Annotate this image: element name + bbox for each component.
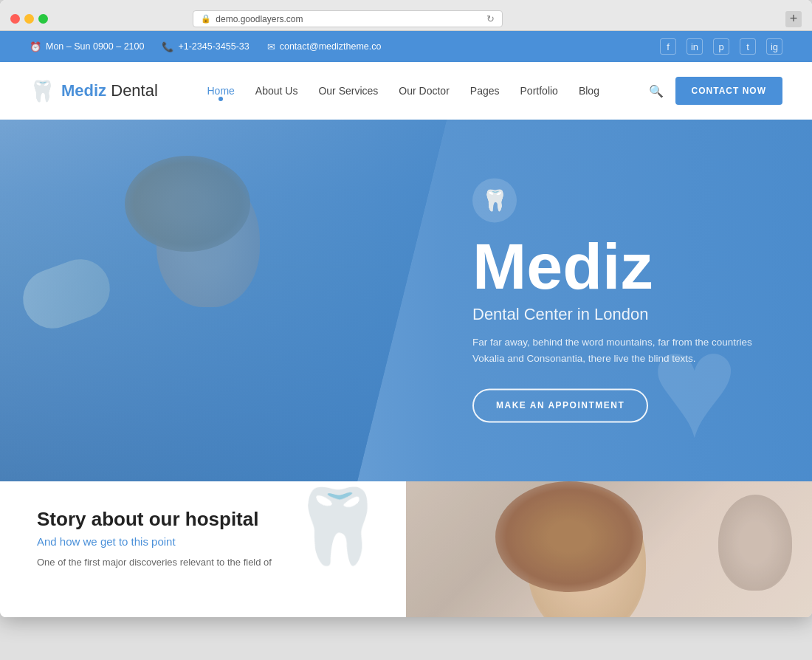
instagram-icon[interactable]: ig: [766, 38, 782, 55]
nav-pages[interactable]: Pages: [470, 85, 500, 97]
hero-description: Far far away, behind the word mountains,…: [472, 334, 753, 366]
linkedin-icon[interactable]: in: [687, 38, 703, 55]
url-text: demo.goodlayers.com: [216, 14, 303, 24]
nav-about[interactable]: About Us: [255, 85, 298, 97]
hero-content: 🦷 Mediz Dental Center in London Far far …: [472, 178, 782, 422]
refresh-icon[interactable]: ↻: [486, 13, 495, 24]
image-overlay: [406, 481, 812, 617]
hero-section: ♥ 🦷 Mediz Dental Center in London Far fa…: [0, 120, 812, 481]
story-text: One of the first major discoveries relev…: [37, 555, 369, 570]
nav-right: 🔍 CONTACT NOW: [649, 77, 782, 105]
address-bar[interactable]: 🔒 demo.goodlayers.com ↻: [193, 10, 503, 27]
lock-icon: 🔒: [201, 14, 211, 24]
mail-icon: ✉: [267, 41, 275, 52]
hero-badge-icon: 🦷: [472, 178, 517, 222]
nav-portfolio[interactable]: Portfolio: [520, 85, 558, 97]
about-image: [406, 481, 812, 617]
maximize-dot[interactable]: [38, 14, 48, 24]
contact-now-button[interactable]: CONTACT NOW: [675, 77, 782, 105]
top-bar-contact-info: ⏰ Mon – Sun 0900 – 2100 📞 +1-2345-3455-3…: [30, 41, 381, 52]
pinterest-icon[interactable]: p: [713, 38, 729, 55]
nav-blog[interactable]: Blog: [579, 85, 599, 97]
browser-traffic-lights: [10, 14, 48, 24]
phone-number[interactable]: 📞 +1-2345-3455-33: [162, 41, 249, 52]
about-section: 🦷 Story about our hospital And how we ge…: [0, 481, 406, 617]
tooth-icon: 🦷: [30, 79, 55, 103]
social-links: f in p t ig: [660, 38, 782, 55]
story-subtitle: And how we get to this point: [37, 535, 369, 548]
nav-doctor[interactable]: Our Doctor: [399, 85, 449, 97]
appointment-button[interactable]: MAKE AN APPOINTMENT: [472, 389, 648, 423]
hero-subtitle: Dental Center in London: [472, 305, 782, 324]
close-dot[interactable]: [10, 14, 20, 24]
search-icon[interactable]: 🔍: [649, 84, 664, 98]
business-hours: ⏰ Mon – Sun 0900 – 2100: [30, 41, 144, 52]
about-content: Story about our hospital And how we get …: [37, 508, 369, 570]
nav-links: Home About Us Our Services Our Doctor Pa…: [207, 85, 599, 97]
top-bar: ⏰ Mon – Sun 0900 – 2100 📞 +1-2345-3455-3…: [0, 31, 812, 62]
logo[interactable]: 🦷 Mediz Dental: [30, 79, 158, 103]
phone-icon: 📞: [162, 41, 173, 52]
clock-icon: ⏰: [30, 41, 41, 52]
new-tab-button[interactable]: +: [785, 11, 802, 27]
story-title: Story about our hospital: [37, 508, 369, 531]
logo-text: Mediz Dental: [61, 81, 158, 100]
minimize-dot[interactable]: [24, 14, 34, 24]
nav-home[interactable]: Home: [207, 85, 234, 97]
browser-chrome: 🔒 demo.goodlayers.com ↻ +: [0, 0, 812, 31]
email-address[interactable]: ✉ contact@mediztheme.co: [267, 41, 382, 52]
bottom-section: 🦷 Story about our hospital And how we ge…: [0, 481, 812, 617]
hero-title: Mediz: [472, 234, 782, 299]
nav-bar: 🦷 Mediz Dental Home About Us Our Service…: [0, 62, 812, 120]
nav-services[interactable]: Our Services: [318, 85, 378, 97]
facebook-icon[interactable]: f: [660, 38, 676, 55]
twitter-icon[interactable]: t: [740, 38, 756, 55]
